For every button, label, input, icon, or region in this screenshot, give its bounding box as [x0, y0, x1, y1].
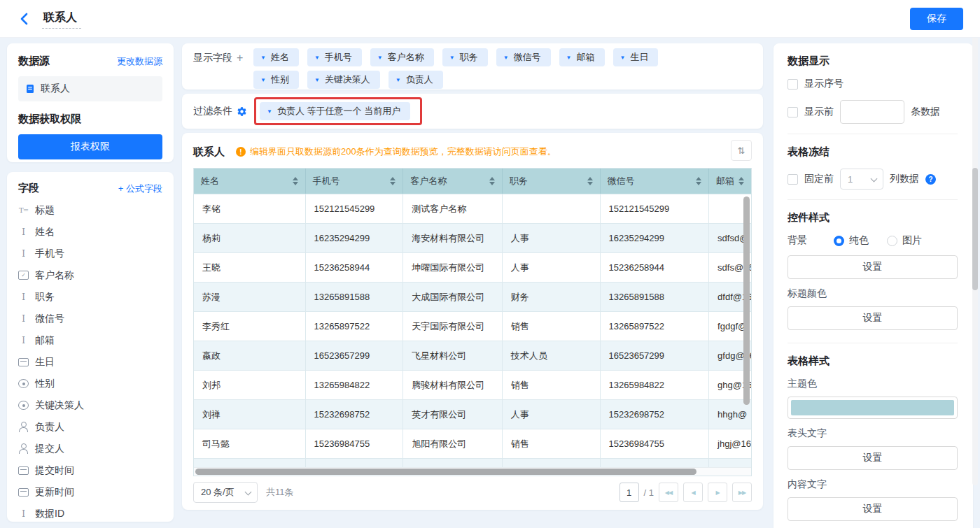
current-page-input[interactable]: 1	[620, 483, 639, 502]
table-header-cell[interactable]: 职务	[503, 169, 601, 194]
content-text-set-button[interactable]: 设置	[788, 497, 958, 521]
solid-color-radio-option[interactable]: 纯色	[834, 234, 869, 247]
display-field-chip[interactable]: ▼负责人	[388, 71, 443, 89]
field-item[interactable]: 提交时间	[18, 459, 162, 481]
field-item-label: 标题	[35, 204, 55, 217]
display-field-chip-label: 客户名称	[388, 51, 424, 64]
save-button[interactable]: 保存	[910, 8, 963, 30]
field-item[interactable]: 负责人	[18, 416, 162, 438]
show-first-checkbox[interactable]	[788, 107, 798, 117]
field-item[interactable]: 手机号	[18, 243, 162, 264]
field-item[interactable]: 微信号	[18, 308, 162, 329]
theme-color-picker[interactable]	[788, 397, 958, 419]
previous-page-button[interactable]: ◀	[683, 483, 703, 502]
field-item[interactable]: 客户名称	[18, 264, 162, 286]
image-radio-option[interactable]: 图片	[887, 234, 922, 247]
table-header-label: 邮箱	[716, 175, 734, 187]
table-header-cell[interactable]: 手机号	[306, 169, 404, 194]
report-permission-button[interactable]: 报表权限	[18, 134, 162, 159]
theme-color-swatch	[791, 400, 954, 415]
display-field-chip[interactable]: ▼微信号	[496, 48, 551, 66]
last-page-button[interactable]: ▶▶	[732, 483, 752, 502]
add-formula-field-link[interactable]: + 公式字段	[118, 183, 162, 195]
sort-arrows-icon[interactable]	[390, 177, 396, 185]
sort-arrows-icon[interactable]	[293, 177, 298, 185]
table-header-cell[interactable]: 姓名	[194, 169, 306, 194]
filter-settings-gear-icon[interactable]	[237, 106, 247, 117]
header-text-label: 表头文字	[788, 427, 958, 440]
display-field-chip[interactable]: ▼生日	[613, 48, 659, 66]
sort-arrows-icon[interactable]	[738, 177, 744, 185]
display-field-chip[interactable]: ▼姓名	[253, 48, 299, 66]
field-item[interactable]: 标题	[18, 199, 162, 221]
sort-up-icon	[293, 177, 298, 180]
add-display-field-button[interactable]: +	[237, 52, 243, 64]
change-datasource-link[interactable]: 更改数据源	[117, 55, 162, 68]
table-cell: 13265897522	[306, 311, 404, 341]
table-row-partial	[194, 458, 751, 467]
field-item[interactable]: 姓名	[18, 221, 162, 243]
vertical-scrollbar[interactable]	[743, 197, 750, 405]
page-title[interactable]: 联系人	[42, 9, 81, 29]
background-set-button[interactable]: 设置	[788, 255, 958, 279]
datasource-item[interactable]: 联系人	[18, 76, 162, 101]
table-cell: 16235294299	[601, 223, 710, 252]
display-field-chip[interactable]: ▼客户名称	[370, 48, 434, 66]
field-item[interactable]: 关键决策人	[18, 394, 162, 416]
date-icon	[18, 466, 29, 475]
table-cell: 李秀红	[194, 311, 306, 341]
rows-suffix-label: 条数据	[911, 106, 940, 118]
page-size-select[interactable]: 20 条/页	[193, 482, 258, 503]
field-item[interactable]: 生日	[18, 351, 162, 373]
display-field-chip[interactable]: ▼手机号	[307, 48, 362, 66]
table-header-cell[interactable]: 客户名称	[403, 169, 503, 194]
field-item[interactable]: 提交人	[18, 438, 162, 459]
field-item[interactable]: 数据ID	[18, 503, 162, 522]
table-cell: 15236984755	[306, 429, 404, 458]
back-button[interactable]	[17, 11, 32, 27]
settings-panel: 数据显示 显示序号 显示前 条数据 表格冻结 固定前 1 列数据 ? 控件样式 …	[774, 43, 973, 528]
table-header-label: 职务	[510, 175, 528, 187]
header-text-set-button[interactable]: 设置	[788, 446, 958, 470]
sort-arrows-icon[interactable]	[489, 177, 495, 185]
display-field-chip[interactable]: ▼邮箱	[559, 48, 605, 66]
display-field-chip[interactable]: ▼性别	[253, 71, 299, 89]
table-cell: 15232698752	[601, 399, 710, 429]
field-item-label: 客户名称	[35, 269, 74, 282]
sort-order-button[interactable]: ⇅	[731, 140, 752, 161]
sort-up-icon	[696, 177, 701, 180]
table-header-label: 微信号	[608, 175, 635, 187]
display-field-chip[interactable]: ▼职务	[442, 48, 488, 66]
show-index-checkbox[interactable]	[788, 79, 798, 90]
first-page-button[interactable]: ◀◀	[659, 483, 678, 502]
horizontal-scrollbar[interactable]	[195, 469, 696, 475]
filter-condition-chip[interactable]: ▼ 负责人 等于任意一个 当前用户	[260, 102, 410, 120]
theme-color-label: 主题色	[788, 378, 958, 390]
content-text-label: 内容文字	[788, 478, 958, 491]
table-cell: 苏漫	[194, 282, 306, 311]
settings-scrollbar[interactable]	[972, 168, 978, 290]
sort-arrows-icon[interactable]	[587, 177, 593, 185]
field-item[interactable]: 邮箱	[18, 329, 162, 351]
select-icon	[18, 271, 29, 280]
table-header-cell[interactable]: 邮箱	[709, 169, 751, 194]
table-row: 李秀红13265897522天宇国际有限公司销售13265897522fgdgf…	[194, 311, 751, 341]
help-icon[interactable]: ?	[925, 174, 936, 185]
field-item[interactable]: 更新时间	[18, 481, 162, 503]
table-header-cell[interactable]: 微信号	[601, 169, 710, 194]
next-page-button[interactable]: ▶	[708, 483, 727, 502]
display-field-chip-label: 生日	[630, 51, 648, 64]
title-color-set-button[interactable]: 设置	[788, 306, 958, 330]
table-cell: 人事	[503, 252, 601, 282]
field-item[interactable]: 性别	[18, 373, 162, 394]
field-item[interactable]: 职务	[18, 286, 162, 308]
table-cell: 13265897522	[601, 311, 710, 341]
row-limit-input[interactable]	[840, 100, 904, 124]
freeze-prefix-label: 固定前	[804, 173, 834, 185]
preview-warning: ! 编辑界面只取数据源前200条作为查询数据预览，完整数据请访问页面查看。	[236, 145, 556, 158]
table-row: 刘邦13265984822腾骏材料有限公司销售13265984822ghg@16	[194, 370, 751, 399]
freeze-columns-checkbox[interactable]	[788, 174, 798, 185]
display-field-chip[interactable]: ▼关键决策人	[307, 71, 380, 89]
sort-arrows-icon[interactable]	[696, 177, 701, 185]
freeze-column-count-select[interactable]: 1	[840, 169, 883, 190]
